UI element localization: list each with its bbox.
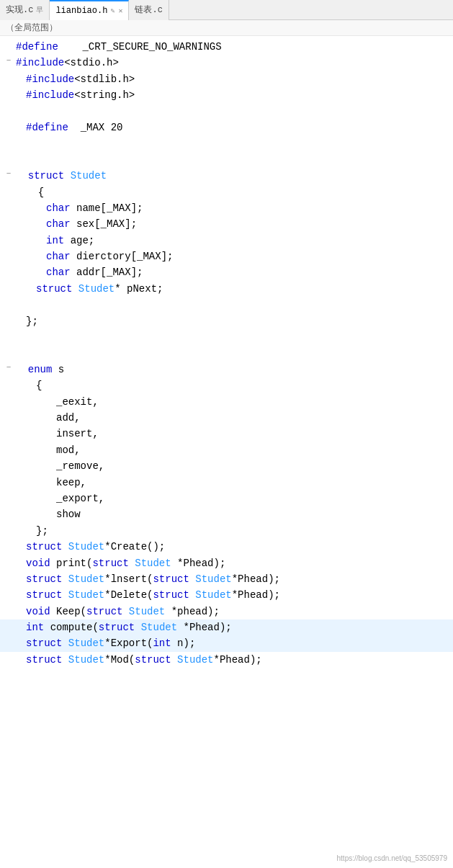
code-content: _eexit, <box>16 394 99 410</box>
tab-lianbiaoC-label: 链表.c <box>135 4 162 16</box>
fold-button[interactable]: − <box>3 362 14 375</box>
code-content: char sex[_MAX]; <box>16 216 137 232</box>
code-line: }; <box>0 313 453 329</box>
code-line: add, <box>0 410 453 426</box>
code-content: #include<string.h> <box>16 87 135 103</box>
tab-lianbiao-close[interactable]: ✕ <box>118 6 122 15</box>
code-line: mod, <box>0 442 453 458</box>
code-line: { <box>0 377 453 393</box>
code-line: keep, <box>0 475 453 491</box>
code-content: keep, <box>16 475 86 491</box>
code-line: insert, <box>0 426 453 442</box>
code-content: #include<stdio.h> <box>16 55 119 71</box>
code-content: }; <box>16 313 38 329</box>
code-line: struct Studet*lnsert(struct Studet*Phead… <box>0 571 453 587</box>
code-content: void print(struct Studet *Phead); <box>16 555 225 571</box>
code-content: char dierctory[_MAX]; <box>16 249 173 264</box>
code-line: − struct Studet <box>0 168 453 184</box>
code-line: char sex[_MAX]; <box>0 216 453 232</box>
code-line: #include<stdlib.h> <box>0 71 453 87</box>
tab-shiyan[interactable]: 实现.c 早 <box>0 0 50 20</box>
code-line: char dierctory[_MAX]; <box>0 249 453 264</box>
code-content: char name[_MAX]; <box>16 200 143 216</box>
code-content: _remove, <box>16 458 104 474</box>
code-line: int compute(struct Studet *Phead); <box>0 619 453 635</box>
code-line: struct Studet* pNext; <box>0 281 453 297</box>
code-line <box>0 104 453 120</box>
code-line: show <box>0 506 453 522</box>
code-line: char addr[_MAX]; <box>0 264 453 280</box>
breadcrumb: （全局范围） <box>0 20 453 36</box>
code-line: _export, <box>0 491 453 506</box>
code-content: show <box>16 506 81 522</box>
code-line <box>0 329 453 345</box>
code-line: struct Studet*Create(); <box>0 539 453 555</box>
tab-lianbiao[interactable]: lianbiao.h ✎ ✕ <box>50 0 129 20</box>
code-content: void Keep(struct Studet *phead); <box>16 604 220 619</box>
code-content: mod, <box>16 442 81 458</box>
code-content: { <box>16 184 44 200</box>
code-line: }; <box>0 523 453 539</box>
code-line <box>0 135 453 151</box>
code-content: struct Studet* pNext; <box>16 281 163 297</box>
code-line: void Keep(struct Studet *phead); <box>0 604 453 619</box>
code-content: struct Studet*Create(); <box>16 539 165 555</box>
code-line: #include<string.h> <box>0 87 453 103</box>
code-content: #include<stdlib.h> <box>16 71 135 87</box>
code-content: struct Studet*lnsert(struct Studet*Phead… <box>16 571 280 587</box>
tab-shiyan-label: 实现.c <box>6 4 33 16</box>
code-line: void print(struct Studet *Phead); <box>0 555 453 571</box>
code-line: struct Studet*Delete(struct Studet*Phead… <box>0 587 453 603</box>
code-content: #define _MAX 20 <box>16 120 122 135</box>
code-line: int age; <box>0 233 453 249</box>
fold-button[interactable]: − <box>3 55 14 68</box>
code-line: #define _CRT_SECURE_NO_WARNINGS <box>0 39 453 55</box>
code-line: −#include<stdio.h> <box>0 55 453 71</box>
tab-bar: 实现.c 早 lianbiao.h ✎ ✕ 链表.c <box>0 0 453 20</box>
code-line <box>0 297 453 313</box>
code-area: #define _CRT_SECURE_NO_WARNINGS−#include… <box>0 36 453 671</box>
fold-button[interactable]: − <box>3 168 14 181</box>
code-content: add, <box>16 410 81 426</box>
watermark: https://blog.csdn.net/qq_53505979 <box>337 854 447 862</box>
tab-lianbiao-modified: ✎ <box>110 6 115 15</box>
tab-lianbiaoC[interactable]: 链表.c <box>129 0 169 20</box>
code-content: #define _CRT_SECURE_NO_WARNINGS <box>16 39 222 55</box>
code-line: { <box>0 184 453 200</box>
code-content: struct Studet <box>16 168 107 184</box>
code-line <box>0 345 453 361</box>
code-content: enum s <box>16 362 64 377</box>
code-content: int age; <box>16 233 94 249</box>
code-content: struct Studet*Delete(struct Studet*Phead… <box>16 587 280 603</box>
code-content: insert, <box>16 426 99 442</box>
code-content: int compute(struct Studet *Phead); <box>16 619 232 635</box>
code-content: struct Studet*Mod(struct Studet*Phead); <box>16 652 262 668</box>
code-line <box>0 152 453 168</box>
code-content: struct Studet*Export(int n); <box>16 635 195 651</box>
code-content: }; <box>16 523 48 539</box>
code-line: _eexit, <box>0 394 453 410</box>
code-line: struct Studet*Mod(struct Studet*Phead); <box>0 652 453 668</box>
code-line: _remove, <box>0 458 453 474</box>
tab-shiyan-modified: 早 <box>36 5 43 15</box>
code-content: { <box>16 377 42 393</box>
code-line: − enum s <box>0 362 453 377</box>
code-line: #define _MAX 20 <box>0 120 453 135</box>
code-line: struct Studet*Export(int n); <box>0 635 453 651</box>
code-line: char name[_MAX]; <box>0 200 453 216</box>
code-content: char addr[_MAX]; <box>16 264 143 280</box>
tab-lianbiao-label: lianbiao.h <box>55 6 107 16</box>
code-content: _export, <box>16 491 104 506</box>
